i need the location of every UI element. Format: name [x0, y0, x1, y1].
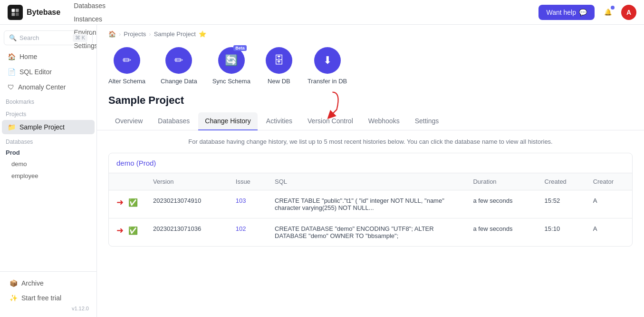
action-new-db[interactable]: 🗄 New DB [266, 47, 292, 85]
breadcrumb: 🏠 › Projects › Sample Project ⭐ [97, 25, 644, 41]
db-section-demo-prod: demo (Prod) Version Issue SQL Duration C… [108, 153, 633, 247]
project-icon: 📁 [8, 123, 16, 131]
change-data-icon: ✏ [165, 47, 192, 74]
home-icon: 🏠 [8, 53, 16, 60]
sidebar-item-demo[interactable]: demo [0, 158, 96, 170]
row-issue[interactable]: 102 [228, 218, 267, 247]
tabs-container: Overview Databases Change History Activi… [97, 112, 644, 130]
action-transfer-in-db[interactable]: ⬇ Transfer in DB [308, 47, 347, 85]
bell-icon: 🔔 [604, 9, 612, 16]
sidebar-item-start-free-trial[interactable]: ✨ Start free trial [4, 291, 93, 305]
issue-link[interactable]: 103 [236, 197, 246, 204]
alter-schema-icon: ✏ [114, 47, 140, 74]
alter-schema-label: Alter Schema [108, 78, 145, 85]
sidebar-item-archive[interactable]: 📦 Archive [4, 276, 93, 290]
sidebar-anomaly-label: Anomaly Center [18, 83, 66, 91]
new-db-icon: 🗄 [266, 47, 292, 74]
nav-item-instances[interactable]: Instances [68, 12, 120, 26]
col-sql: SQL [267, 173, 465, 190]
change-history-table: Version Issue SQL Duration Created Creat… [109, 173, 632, 246]
tab-overview[interactable]: Overview [108, 112, 149, 130]
tab-settings[interactable]: Settings [408, 112, 446, 130]
sidebar-item-sql-editor[interactable]: 📄 SQL Editor [2, 65, 95, 79]
col-creator: Creator [586, 173, 632, 190]
tab-activities[interactable]: Activities [260, 112, 299, 130]
databases-section-label: Databases [0, 135, 96, 147]
row-sql: CREATE DATABASE "demo" ENCODING "UTF8"; … [267, 218, 465, 247]
nav-item-databases[interactable]: Databases [68, 0, 120, 12]
change-history-tbody: ➜ ✅ 20230213074910103CREATE TABLE "publi… [109, 190, 632, 247]
version-label: v1.12.0 [2, 306, 95, 311]
projects-section-label: Projects [0, 107, 96, 119]
sidebar-trial-label: Start free trial [21, 294, 61, 302]
search-box[interactable]: 🔍 Search ⌘ K [4, 30, 93, 45]
action-sync-schema[interactable]: 🔄 Beta Sync Schema [212, 47, 250, 85]
status-icon: ✅ [128, 198, 138, 207]
shield-icon: 🛡 [8, 83, 14, 91]
logo-text: Bytebase [27, 8, 60, 17]
sidebar-item-home[interactable]: 🏠 Home [2, 50, 95, 64]
sidebar-item-employee[interactable]: employee [0, 170, 96, 182]
svg-rect-2 [12, 12, 15, 16]
search-shortcut: ⌘ K [73, 34, 87, 42]
tabs: Overview Databases Change History Activi… [97, 112, 644, 130]
sidebar-home-label: Home [19, 53, 37, 60]
top-navigation: Bytebase IssuesProjectsDatabasesInstance… [0, 0, 644, 25]
main-content: 🏠 › Projects › Sample Project ⭐ ✏ Alter … [97, 25, 644, 317]
row-version: 20230213071036 [145, 218, 228, 247]
row-arrow-icon: ➜ [116, 225, 124, 236]
issue-link[interactable]: 102 [236, 225, 246, 232]
tab-version-control[interactable]: Version Control [301, 112, 360, 130]
want-help-button[interactable]: Want help 💬 [538, 5, 595, 20]
breadcrumb-projects[interactable]: Projects [124, 30, 146, 38]
tab-webhooks[interactable]: Webhooks [362, 112, 406, 130]
col-duration: Duration [465, 173, 537, 190]
sidebar-archive-label: Archive [21, 279, 44, 287]
avatar[interactable]: A [621, 5, 636, 20]
table-row: ➜ ✅ 20230213071036102CREATE DATABASE "de… [109, 218, 632, 247]
db-header: demo (Prod) [109, 153, 632, 173]
prod-label: Prod [0, 147, 96, 158]
logo-icon [8, 5, 23, 20]
table-row: ➜ ✅ 20230213074910103CREATE TABLE "publi… [109, 190, 632, 218]
row-created: 15:10 [537, 218, 586, 247]
action-change-data[interactable]: ✏ Change Data [161, 47, 197, 85]
notification-button[interactable]: 🔔 [600, 5, 615, 20]
favorite-star-icon[interactable]: ⭐ [199, 30, 206, 38]
sidebar-bottom: 📦 Archive ✨ Start free trial v1.12.0 [0, 271, 96, 313]
info-text: For database having change history, we l… [108, 130, 633, 153]
col-version: Version [145, 173, 228, 190]
row-duration: a few seconds [465, 218, 537, 247]
sync-schema-icon: 🔄 Beta [218, 47, 245, 74]
tab-databases[interactable]: Databases [151, 112, 196, 130]
db-name-link[interactable]: demo (Prod) [116, 159, 156, 167]
logo[interactable]: Bytebase [8, 5, 60, 20]
sidebar-item-sample-project[interactable]: 📁 Sample Project [2, 120, 95, 134]
row-status-cell: ➜ ✅ [109, 190, 145, 218]
home-breadcrumb-icon[interactable]: 🏠 [108, 30, 116, 38]
table-header-row: Version Issue SQL Duration Created Creat… [109, 173, 632, 190]
svg-rect-0 [12, 9, 15, 12]
bookmarks-section-label: Bookmarks [0, 95, 96, 107]
search-label: Search [19, 34, 39, 41]
tab-change-history[interactable]: Change History [198, 112, 258, 130]
status-icon: ✅ [128, 226, 138, 235]
sidebar-item-anomaly-center[interactable]: 🛡 Anomaly Center [2, 80, 95, 94]
sidebar-sample-project-label: Sample Project [19, 123, 65, 131]
sidebar-sql-label: SQL Editor [19, 68, 52, 76]
row-version: 20230213074910 [145, 190, 228, 218]
actions-row: ✏ Alter Schema ✏ Change Data 🔄 Beta Sync… [97, 41, 644, 92]
row-issue[interactable]: 103 [228, 190, 267, 218]
main-layout: 🔍 Search ⌘ K 🏠 Home 📄 SQL Editor 🛡 Anoma… [0, 25, 644, 317]
nav-right: Want help 💬 🔔 A [538, 5, 636, 20]
row-arrow-icon: ➜ [116, 197, 124, 208]
row-duration: a few seconds [465, 190, 537, 218]
beta-badge: Beta [233, 45, 247, 51]
sql-editor-icon: 📄 [8, 68, 16, 76]
row-creator: A [586, 190, 632, 218]
row-created: 15:52 [537, 190, 586, 218]
breadcrumb-sample-project[interactable]: Sample Project [154, 30, 196, 38]
row-status-cell: ➜ ✅ [109, 218, 145, 247]
notification-dot [611, 6, 615, 10]
action-alter-schema[interactable]: ✏ Alter Schema [108, 47, 145, 85]
